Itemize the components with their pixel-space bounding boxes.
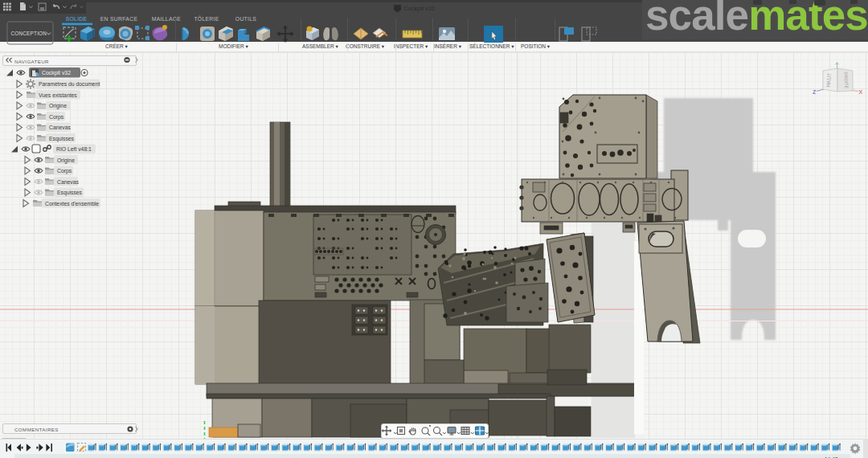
svg-text:X: X (859, 89, 863, 95)
svg-text:OUTILS: OUTILS (235, 16, 257, 22)
svg-text:Origine: Origine (57, 157, 75, 164)
svg-text:Canevas: Canevas (57, 179, 79, 185)
svg-text:Cockpit v32: Cockpit v32 (403, 5, 435, 12)
svg-text:TÔLERIE: TÔLERIE (194, 15, 219, 22)
svg-text:Z: Z (813, 89, 817, 95)
svg-text:RIO Left v48:1: RIO Left v48:1 (56, 146, 92, 152)
svg-text:MAILLAGE: MAILLAGE (152, 16, 182, 22)
svg-text:CONCEPTION: CONCEPTION (11, 31, 47, 36)
svg-text:Contextes d'ensemble: Contextes d'ensemble (45, 201, 99, 207)
svg-text:Vues existantes: Vues existantes (39, 92, 77, 98)
svg-text:Corps: Corps (57, 168, 72, 174)
svg-text:Esquisses: Esquisses (57, 190, 83, 196)
svg-text:EN SURFACE: EN SURFACE (100, 16, 138, 22)
svg-text:Esquisses: Esquisses (49, 136, 75, 142)
svg-text:Corps: Corps (49, 114, 64, 121)
svg-text:Paramètres du document: Paramètres du document (39, 81, 100, 87)
svg-text:Origine: Origine (49, 103, 67, 109)
svg-text:SOLIDE: SOLIDE (66, 16, 88, 22)
svg-text:Canevas: Canevas (49, 125, 71, 130)
svg-text:Cockpit v32: Cockpit v32 (42, 70, 71, 76)
svg-text:DROITE: DROITE (843, 72, 849, 88)
